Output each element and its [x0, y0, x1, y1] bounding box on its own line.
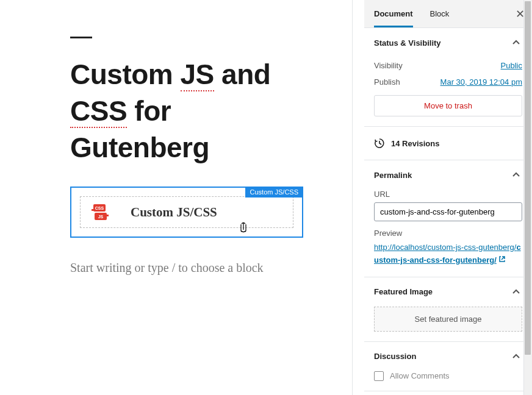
panel-permalink: Permalink URL Preview http://localhost/c…	[364, 160, 532, 277]
panel-toggle-discussion[interactable]: Discussion	[364, 342, 532, 371]
title-spellcheck-js: JS	[181, 59, 214, 91]
visibility-label: Visibility	[374, 61, 403, 70]
move-to-trash-button[interactable]: Move to trash	[374, 95, 522, 116]
svg-rect-4	[92, 209, 94, 211]
svg-text:CSS: CSS	[95, 206, 104, 210]
allow-comments-label: Allow Comments	[390, 371, 450, 380]
chevron-up-icon	[510, 351, 522, 363]
revisions-link[interactable]: 14 Revisions	[364, 127, 532, 160]
block-type-label: Custom JS/CSS	[245, 187, 303, 198]
tab-block[interactable]: Block	[430, 0, 450, 27]
permalink-preview-link[interactable]: http://localhost/custom-js-css-gutenberg…	[374, 243, 521, 265]
publish-value[interactable]: Mar 30, 2019 12:04 pm	[440, 77, 522, 87]
publish-label: Publish	[374, 77, 400, 87]
cursor-icon	[239, 222, 248, 233]
block-title: Custom JS/CSS	[131, 205, 217, 220]
panel-heading: Status & Visibility	[374, 38, 441, 48]
external-link-icon	[498, 254, 506, 267]
revisions-count: 14 Revisions	[391, 139, 440, 148]
svg-text:JS: JS	[98, 215, 104, 219]
panel-heading: Discussion	[374, 352, 416, 361]
block-inner[interactable]: CSSJS Custom JS/CSS	[80, 196, 293, 228]
allow-comments-checkbox[interactable]	[374, 371, 384, 381]
panel-status-visibility: Status & Visibility Visibility Public Pu…	[364, 28, 532, 127]
sidebar-tabs: Document Block ✕	[364, 0, 532, 28]
panel-heading: Permalink	[374, 171, 412, 180]
title-accent	[70, 37, 92, 38]
permalink-url-input[interactable]	[374, 202, 522, 221]
panel-toggle-featured[interactable]: Featured Image	[364, 277, 532, 307]
url-label: URL	[374, 190, 522, 199]
css-js-icon: CSSJS	[92, 203, 109, 221]
title-text: Custom	[70, 59, 181, 90]
panel-toggle-status[interactable]: Status & Visibility	[364, 28, 532, 57]
empty-block-placeholder[interactable]: Start writing or type / to choose a bloc…	[70, 256, 303, 279]
title-spellcheck-css: CSS	[70, 95, 127, 128]
svg-rect-5	[106, 215, 109, 216]
tab-document[interactable]: Document	[374, 0, 413, 27]
history-icon	[374, 138, 385, 149]
scrollbar[interactable]	[523, 0, 532, 395]
post-title[interactable]: Custom JS and CSS for Gutenberg	[70, 57, 303, 166]
panel-featured-image: Featured Image Set featured image	[364, 277, 532, 342]
visibility-value[interactable]: Public	[501, 61, 522, 70]
scrollbar-thumb[interactable]	[525, 1, 531, 355]
custom-js-css-block[interactable]: Custom JS/CSS CSSJS Custom JS/CSS	[70, 187, 303, 238]
set-featured-image-button[interactable]: Set featured image	[374, 307, 522, 332]
panel-toggle-permalink[interactable]: Permalink	[364, 160, 532, 190]
editor-canvas[interactable]: Custom JS and CSS for Gutenberg Custom J…	[0, 0, 364, 395]
title-text: and	[214, 59, 271, 90]
chevron-up-icon	[510, 286, 522, 298]
panel-discussion: Discussion Allow Comments	[364, 342, 532, 391]
settings-sidebar: Document Block ✕ Status & Visibility Vis…	[364, 0, 532, 395]
chevron-up-icon	[510, 37, 522, 49]
preview-label: Preview	[374, 229, 522, 238]
preview-base: http://localhost/custom-js-css-gutenberg…	[374, 243, 516, 252]
panel-heading: Featured Image	[374, 287, 433, 296]
chevron-up-icon	[510, 169, 522, 181]
